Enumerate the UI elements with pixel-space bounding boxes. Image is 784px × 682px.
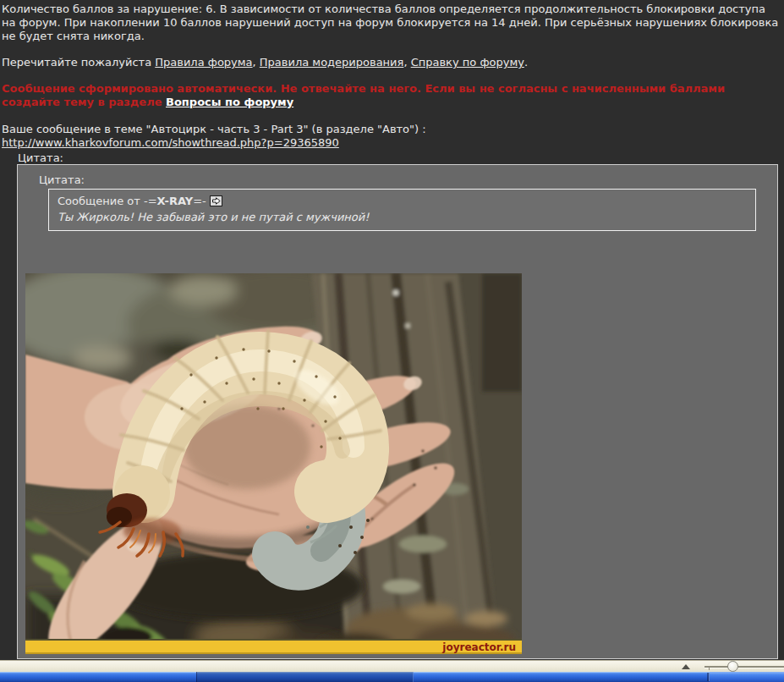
forum-questions-link[interactable]: Вопросы по форуму xyxy=(166,96,293,108)
moderation-rules-link[interactable]: Правила модерирования xyxy=(260,56,404,69)
zoom-slider[interactable] xyxy=(705,666,784,668)
quote-origin: Сообщение от -=X-RAY=- xyxy=(58,194,747,210)
auto-message-text: Сообщение сформировано автоматически. Не… xyxy=(2,82,725,108)
taskbar-tray[interactable] xyxy=(710,672,784,682)
zoom-slider-knob[interactable] xyxy=(727,661,738,672)
terminator: . xyxy=(524,56,528,69)
author-decoration-left: -= xyxy=(144,195,157,207)
quote-author: X-RAY xyxy=(157,195,194,207)
auto-message-notice: Сообщение сформировано автоматически. Не… xyxy=(2,82,781,109)
toolbar-arrow-icon[interactable] xyxy=(682,664,690,669)
taskbar[interactable] xyxy=(0,672,784,682)
watermark-text: joyreactor.ru xyxy=(441,641,516,653)
forum-help-link[interactable]: Справку по форуму xyxy=(411,56,524,69)
zoom-slider-tick xyxy=(709,668,710,670)
quote-label: Цитата: xyxy=(18,152,63,164)
rules-line: Перечитайте пожалуйста Правила форума, П… xyxy=(2,56,781,69)
forum-rules-link[interactable]: Правила форума xyxy=(155,56,252,69)
taskbar-active-segment[interactable] xyxy=(196,672,414,682)
forum-page: Количество баллов за нарушение: 6. В зав… xyxy=(0,0,784,682)
quote-block: Цитата: Сообщение от -=X-RAY=- Ты Жиркол… xyxy=(17,164,778,659)
separator: , xyxy=(403,56,410,69)
thread-info: Ваше сообщение в теме "Автоцирк - часть … xyxy=(2,123,781,136)
rules-line-prefix: Перечитайте пожалуйста xyxy=(2,56,155,69)
grub-photo: joyreactor.ru xyxy=(25,273,522,654)
separator: , xyxy=(253,56,260,69)
thread-url-line: http://www.kharkovforum.com/showthread.p… xyxy=(2,136,781,150)
post-body: Количество баллов за нарушение: 6. В зав… xyxy=(2,0,781,150)
quote-origin-prefix: Сообщение от xyxy=(58,195,144,207)
thread-url-link[interactable]: http://www.kharkovforum.com/showthread.p… xyxy=(2,136,339,149)
bottom-toolbar xyxy=(0,660,784,672)
inner-quote-block: Сообщение от -=X-RAY=- Ты Жирколь! Не за… xyxy=(48,189,756,231)
author-decoration-right: =- xyxy=(193,195,206,207)
view-post-icon[interactable] xyxy=(210,195,222,210)
inner-quote-label: Цитата: xyxy=(39,174,777,186)
watermark-bar: joyreactor.ru xyxy=(25,639,522,654)
quote-body: Ты Жирколь! Не забывай это и не путай с … xyxy=(58,210,747,224)
points-notice: Количество баллов за нарушение: 6. В зав… xyxy=(2,3,781,43)
